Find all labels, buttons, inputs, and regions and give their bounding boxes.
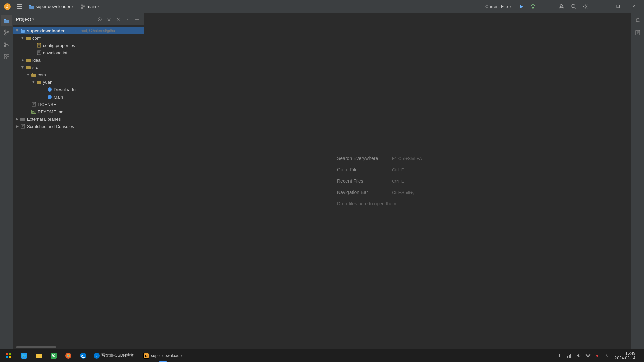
- title-bar: J super-downloader ▾: [0, 0, 644, 13]
- close-button[interactable]: ✕: [626, 1, 641, 12]
- tree-item-com[interactable]: ▶ com: [13, 71, 144, 78]
- root-label: super-downloader: [27, 28, 65, 33]
- svg-rect-3: [29, 6, 34, 9]
- notifications-icon[interactable]: [632, 15, 643, 26]
- h-scrollbar-thumb[interactable]: [16, 346, 56, 348]
- title-bar-left: J super-downloader ▾: [3, 2, 101, 11]
- tray-icon-2[interactable]: [565, 352, 573, 360]
- tree-item-yuan[interactable]: ▶ yuan: [13, 78, 144, 86]
- panel-title[interactable]: Project ▾: [16, 17, 94, 22]
- tree-item-root[interactable]: ▶ super-downloader sources root, G:\inte…: [13, 27, 144, 34]
- taskbar-csdn-label: 写文章-CSDN博客...: [101, 353, 138, 358]
- left-sidebar: ⋯: [0, 13, 13, 349]
- taskbar-app-firefox[interactable]: [61, 349, 76, 362]
- sidebar-item-merge[interactable]: [1, 39, 12, 50]
- tree-item-idea[interactable]: ▶ idea: [13, 56, 144, 64]
- taskbar-app-maps[interactable]: [46, 349, 61, 362]
- tray-icon-red[interactable]: ●: [593, 352, 601, 360]
- editor-area: Search Everywhere F1 Ctrl+Shift+A Go to …: [144, 13, 631, 349]
- current-file-chevron: ▾: [509, 4, 512, 9]
- current-file-selector[interactable]: Current File ▾: [483, 3, 514, 10]
- settings-button[interactable]: [580, 2, 591, 11]
- minimize-button[interactable]: —: [595, 1, 610, 12]
- h-scrollbar[interactable]: [13, 346, 144, 349]
- svg-point-38: [38, 45, 40, 46]
- tree-item-config[interactable]: config.properties: [13, 42, 144, 49]
- tray-network-icon[interactable]: [584, 352, 592, 360]
- svg-rect-31: [4, 57, 6, 59]
- sidebar-item-project[interactable]: [1, 15, 12, 26]
- arrow-conf: ▶: [20, 35, 25, 41]
- svg-rect-20: [4, 20, 9, 23]
- scope-button[interactable]: [96, 15, 104, 23]
- svg-point-26: [4, 45, 6, 47]
- tray-volume-icon[interactable]: [575, 352, 583, 360]
- folder-conf-icon: [25, 35, 31, 41]
- branch-dropdown[interactable]: main ▾: [78, 3, 101, 10]
- scratches-icon: [20, 124, 25, 129]
- panel-minimize-button[interactable]: —: [133, 15, 141, 23]
- svg-point-18: [585, 6, 587, 7]
- class-icon: C: [47, 87, 52, 92]
- svg-rect-77: [6, 356, 8, 358]
- taskbar-start[interactable]: [0, 349, 17, 362]
- main-menu-button[interactable]: [15, 2, 24, 11]
- taskbar-clock[interactable]: 15:49 2024-02-14: [612, 351, 638, 360]
- branch-name: main: [87, 4, 96, 9]
- tree-item-license[interactable]: LICENSE: [13, 101, 144, 108]
- tree-item-conf[interactable]: ▶ conf: [13, 34, 144, 42]
- taskbar-app-edge[interactable]: [76, 349, 91, 362]
- arrow-scratches: ▶: [15, 124, 20, 129]
- scratches-label: Scratches and Consoles: [27, 124, 74, 129]
- sidebar-item-more[interactable]: ⋯: [1, 336, 12, 347]
- panel-more-button[interactable]: ⋮: [124, 15, 132, 23]
- user-button[interactable]: [556, 2, 567, 11]
- main-label: Main: [54, 95, 63, 100]
- license-label: LICENSE: [38, 102, 56, 107]
- root-path: sources root, G:\interest\githu: [67, 28, 115, 33]
- tray-more-icon[interactable]: ∧: [603, 352, 611, 360]
- sidebar-item-modules[interactable]: [1, 51, 12, 62]
- tree-item-main[interactable]: C Main: [13, 93, 144, 101]
- config-label: config.properties: [43, 43, 75, 48]
- close-panel-button[interactable]: ✕: [114, 15, 122, 23]
- project-dropdown[interactable]: super-downloader ▾: [27, 3, 76, 10]
- taskbar-csdn[interactable]: e 写文章-CSDN博客...: [91, 349, 140, 362]
- placeholder-download: [31, 50, 36, 55]
- arrow-src: ▶: [20, 65, 25, 70]
- sidebar-item-git[interactable]: [1, 27, 12, 38]
- more-options-button[interactable]: ⋮: [540, 2, 550, 11]
- collapse-button[interactable]: [105, 15, 113, 23]
- tray-icon-1[interactable]: ⬆: [556, 352, 564, 360]
- taskbar-app-bird[interactable]: 🐦: [17, 349, 32, 362]
- folder-com-icon: [31, 72, 36, 77]
- svg-rect-19: [4, 19, 6, 20]
- tree-item-external[interactable]: ▶ External Libraries: [13, 115, 144, 123]
- svg-point-15: [560, 4, 563, 7]
- taskbar-intellij[interactable]: IJ super-downloader: [140, 349, 186, 362]
- svg-rect-41: [37, 51, 41, 55]
- debug-button[interactable]: [528, 2, 538, 11]
- svg-rect-29: [4, 54, 6, 56]
- placeholder-downloader: [42, 87, 47, 92]
- search-button[interactable]: [568, 2, 579, 11]
- window-controls: — ❐ ✕: [595, 1, 641, 12]
- run-button[interactable]: [516, 2, 526, 11]
- idea-label: idea: [32, 58, 41, 63]
- tree-item-scratches[interactable]: ▶ Scratches and Consoles: [13, 123, 144, 130]
- tree-item-download[interactable]: download.txt: [13, 49, 144, 56]
- tree-item-src[interactable]: ▶ src: [13, 64, 144, 71]
- svg-point-96: [588, 357, 588, 358]
- tree-item-readme[interactable]: M↓ README.md: [13, 108, 144, 115]
- svg-point-83: [53, 355, 54, 356]
- src-label: src: [32, 65, 38, 70]
- arrow-com: ▶: [25, 72, 31, 77]
- tray-show-desktop[interactable]: [639, 351, 641, 361]
- tree-item-downloader[interactable]: C Downloader: [13, 86, 144, 93]
- app-logo: J: [3, 2, 12, 11]
- taskbar-app-folder[interactable]: [32, 349, 46, 362]
- maximize-button[interactable]: ❐: [610, 1, 626, 12]
- hint-recent-files: Recent Files Ctrl+E: [337, 177, 438, 185]
- title-bar-right: Current File ▾ ⋮: [483, 1, 641, 12]
- bookmarks-icon[interactable]: [632, 27, 643, 38]
